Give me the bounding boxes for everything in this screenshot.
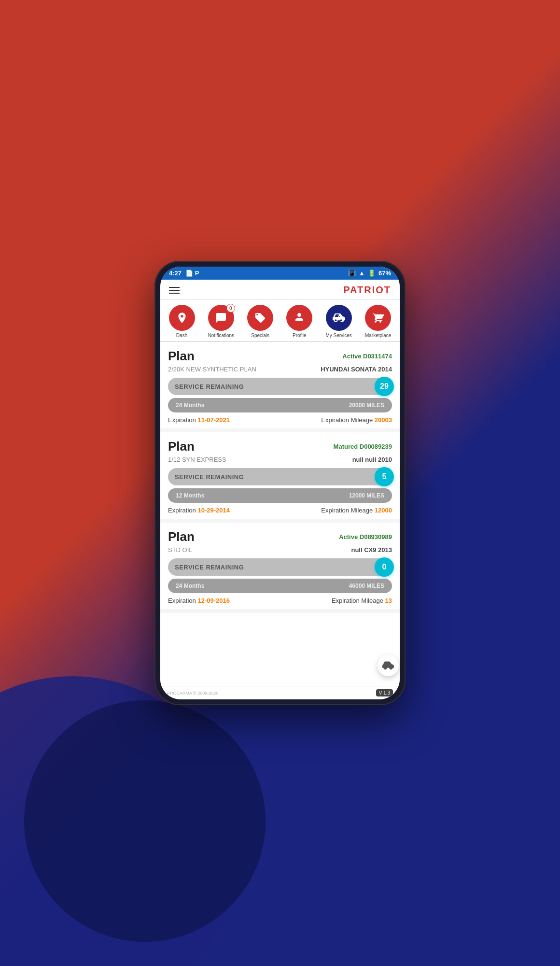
nav-label-marketplace: Marketplace [365, 333, 391, 338]
plan-status-3: Active D08930989 [339, 533, 392, 540]
hamburger-menu-button[interactable] [169, 287, 180, 294]
expiration-date-1: 11-07-2021 [197, 416, 230, 424]
miles-label-2: 12000 MILES [349, 492, 384, 499]
service-remaining-label-3: SERVICE REMAINING [175, 564, 244, 571]
plan-title-1: Plan [168, 349, 195, 364]
battery-icon: 🔋 [368, 270, 376, 277]
months-miles-bar-1: 24 Months 20000 MILES [168, 398, 392, 412]
nav-circle-dash [169, 305, 195, 331]
status-icons: 📄 P [185, 270, 199, 277]
months-miles-bar-2: 12 Months 12000 MILES [168, 488, 392, 503]
plan-status-1: Active D0311474 [342, 353, 392, 360]
months-miles-bar-3: 24 Months 46000 MILES [168, 579, 392, 593]
plan-vehicle-1: HYUNDAI SONATA 2014 [321, 366, 392, 373]
phone-frame: 4:27 📄 P 📳 ▲ 🔋 67% PATRIOT [154, 261, 406, 705]
expiration-mileage-1: 20003 [375, 416, 392, 424]
nav-circle-specials [247, 305, 273, 331]
plan-type-1: 2/20K NEW SYNTHETIC PLAN [168, 366, 256, 373]
version-badge: V 1.3 [376, 689, 393, 696]
expiration-label-3: Expiration 12-09-2016 [168, 597, 230, 604]
nav-item-specials[interactable]: Specials [247, 305, 273, 338]
service-remaining-label-2: SERVICE REMAINING [175, 473, 244, 481]
nav-label-dash: Dash [176, 333, 187, 338]
expiration-mileage-group-1: Expiration Mileage 20003 [321, 416, 392, 424]
service-bar-container-3: SERVICE REMAINING 0 [168, 558, 392, 576]
service-remaining-label-1: SERVICE REMAINING [175, 383, 244, 390]
plan-card-3: Plan Active D08930989 STD OIL null CX9 2… [160, 523, 400, 613]
plan-title-2: Plan [168, 439, 195, 454]
expiry-row-3: Expiration 12-09-2016 Expiration Mileage… [168, 597, 392, 604]
status-time: 4:27 [169, 270, 182, 277]
nav-label-notifications: Notifications [208, 333, 234, 338]
expiration-date-3: 12-09-2016 [197, 597, 230, 604]
battery-percent: 67% [378, 270, 391, 277]
expiration-mileage-2: 12000 [375, 507, 392, 514]
fab-car-button[interactable] [378, 655, 399, 676]
main-scroll-area: Plan Active D0311474 2/20K NEW SYNTHETIC… [160, 342, 400, 686]
nav-circle-my-services [326, 305, 352, 331]
nav-circle-notifications: 0 [208, 305, 234, 331]
nav-circle-marketplace [365, 305, 391, 331]
service-count-3: 0 [375, 557, 394, 577]
plan-status-2: Matured D00089239 [334, 443, 392, 450]
plan-card-2: Plan Matured D00089239 1/12 SYN EXPRESS … [160, 432, 400, 523]
nav-label-my-services: My Services [325, 333, 351, 338]
expiration-mileage-3: 13 [385, 597, 392, 604]
months-label-2: 12 Months [176, 492, 204, 499]
service-bar-2: SERVICE REMAINING 5 [168, 468, 392, 485]
service-bar-container-2: SERVICE REMAINING 5 [168, 468, 392, 485]
expiration-date-2: 10-29-2014 [197, 507, 230, 514]
wifi-icon: ▲ [359, 270, 365, 277]
plan-title-3: Plan [168, 529, 195, 544]
nav-item-profile[interactable]: Profile [286, 305, 312, 338]
plan-card-1: Plan Active D0311474 2/20K NEW SYNTHETIC… [160, 342, 400, 432]
service-count-1: 29 [375, 377, 394, 396]
status-bar: 4:27 📄 P 📳 ▲ 🔋 67% [160, 267, 400, 280]
nav-item-my-services[interactable]: My Services [325, 305, 351, 338]
service-count-2: 5 [375, 467, 394, 486]
service-bar-container-1: SERVICE REMAINING 29 [168, 378, 392, 395]
navigation-bar: Dash 0 Notifications [160, 300, 400, 342]
nav-circle-profile [286, 305, 312, 331]
expiry-row-2: Expiration 10-29-2014 Expiration Mileage… [168, 507, 392, 514]
vibrate-icon: 📳 [348, 270, 356, 277]
expiration-mileage-group-3: Expiration Mileage 13 [332, 597, 392, 604]
plan-type-3: STD OIL [168, 546, 193, 554]
phone-screen: 4:27 📄 P 📳 ▲ 🔋 67% PATRIOT [160, 267, 400, 699]
months-label-1: 24 Months [176, 402, 204, 409]
app-header: PATRIOT [160, 280, 400, 300]
service-bar-3: SERVICE REMAINING 0 [168, 558, 392, 576]
nav-item-dash[interactable]: Dash [169, 305, 195, 338]
months-label-3: 24 Months [176, 582, 204, 589]
app-footer: PROCARMA © 2009-2020 V 1.3 [160, 686, 400, 699]
nav-label-profile: Profile [293, 333, 306, 338]
expiration-mileage-group-2: Expiration Mileage 12000 [321, 507, 392, 514]
miles-label-3: 46000 MILES [349, 582, 384, 589]
nav-item-notifications[interactable]: 0 Notifications [208, 305, 234, 338]
miles-label-1: 20000 MILES [349, 402, 384, 409]
expiration-label-2: Expiration 10-29-2014 [168, 507, 230, 514]
notifications-badge: 0 [226, 304, 235, 313]
plan-vehicle-2: null null 2010 [352, 456, 392, 463]
nav-item-marketplace[interactable]: Marketplace [365, 305, 391, 338]
expiration-label-1: Expiration 11-07-2021 [168, 416, 230, 424]
plan-vehicle-3: null CX9 2013 [351, 546, 392, 554]
brand-logo: PATRIOT [343, 284, 391, 296]
plan-type-2: 1/12 SYN EXPRESS [168, 456, 226, 463]
nav-label-specials: Specials [251, 333, 269, 338]
footer-copyright: PROCARMA © 2009-2020 [167, 691, 218, 696]
expiry-row-1: Expiration 11-07-2021 Expiration Mileage… [168, 416, 392, 424]
service-bar-1: SERVICE REMAINING 29 [168, 378, 392, 395]
